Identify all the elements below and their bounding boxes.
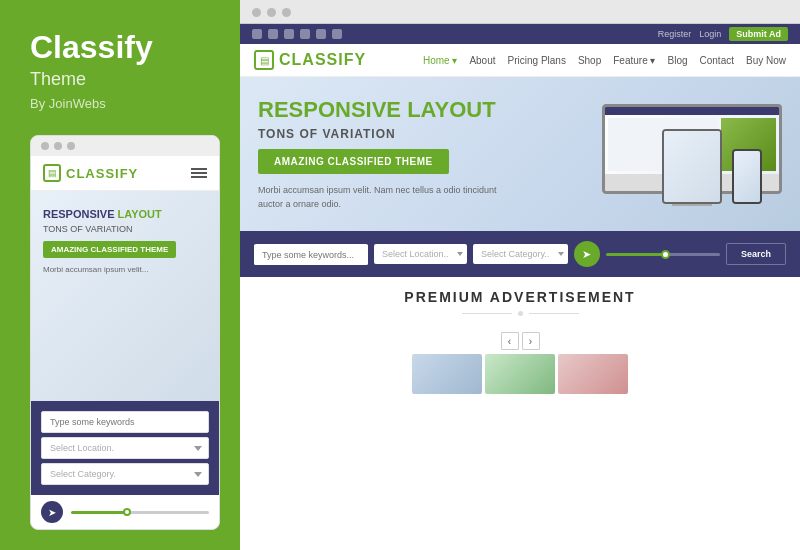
instagram-icon[interactable]: [284, 29, 294, 39]
site-topbar: Register Login Submit Ad: [240, 24, 800, 44]
mockup-keyword-input[interactable]: [41, 411, 209, 433]
app-title: Classify: [30, 30, 220, 65]
submit-ad-button[interactable]: Submit Ad: [729, 27, 788, 41]
hero-main-title: RESPONSIVE LAYOUT: [258, 97, 562, 123]
mockup-location-select[interactable]: Select Location.: [41, 437, 209, 459]
social-icons: [252, 29, 342, 39]
pinterest-icon[interactable]: [300, 29, 310, 39]
premium-divider: [462, 311, 579, 316]
nav-feature[interactable]: Feature ▾: [613, 55, 655, 66]
browser-chrome-dot-2: [267, 8, 276, 17]
browser-chrome-dot-1: [252, 8, 261, 17]
site-nav-logo: ▤ CLASSIFY: [254, 50, 366, 70]
search-locate-button[interactable]: ➤: [574, 241, 600, 267]
hamburger-line-1: [191, 168, 207, 170]
app-by: By JoinWebs: [30, 96, 220, 111]
mockup-hero: RESPONSIVE LAYOUT TONS OF VARIATION AMAZ…: [31, 191, 219, 401]
app-subtitle: Theme: [30, 69, 220, 90]
hero-sub-title: TONS OF VARIATION: [258, 127, 562, 141]
mockup-hero-title: RESPONSIVE LAYOUT: [43, 207, 207, 221]
mockup-search-area: Select Location. Select Category.: [31, 401, 219, 495]
twitter-icon[interactable]: [268, 29, 278, 39]
site-premium: PREMIUM ADVERTISEMENT ‹ ›: [240, 277, 800, 550]
search-button[interactable]: Search: [726, 243, 786, 265]
gplus-icon[interactable]: [332, 29, 342, 39]
site-nav-menu: Home ▾ About Pricing Plans Shop Feature …: [423, 55, 786, 66]
mockup-bottom-bar: ➤: [31, 495, 219, 529]
nav-buynow[interactable]: Buy Now: [746, 55, 786, 66]
hamburger-menu[interactable]: [191, 168, 207, 178]
device-phone: [732, 149, 762, 204]
mockup-hero-subtitle: TONS OF VARIATION: [43, 224, 207, 234]
premium-thumb-1[interactable]: [412, 354, 482, 394]
nav-next-arrow[interactable]: ›: [522, 332, 540, 350]
site-hero: RESPONSIVE LAYOUT TONS OF VARIATION AMAZ…: [240, 77, 800, 231]
divider-line-right: [529, 313, 579, 314]
nav-arrows: ‹ ›: [501, 332, 540, 350]
hamburger-line-2: [191, 172, 207, 174]
tablet-screen: [664, 131, 720, 202]
mockup-logo-icon: ▤: [43, 164, 61, 182]
browser-chrome: [240, 0, 800, 24]
device-tablet: [662, 129, 722, 204]
site-searchbar: Select Location.. Select Category.. ➤ Se…: [240, 231, 800, 277]
mockup-titlebar: [31, 136, 219, 156]
browser-dot-1: [41, 142, 49, 150]
nav-prev-arrow[interactable]: ‹: [501, 332, 519, 350]
premium-thumb-2[interactable]: [485, 354, 555, 394]
premium-thumb-3[interactable]: [558, 354, 628, 394]
mockup-locate-btn[interactable]: ➤: [41, 501, 63, 523]
mobile-mockup: ▤ CLASSIFY RESPONSIVE LAYOUT TONS OF VAR…: [30, 135, 220, 530]
nav-pricing[interactable]: Pricing Plans: [508, 55, 566, 66]
hero-cta-button[interactable]: AMAZING CLASSIFIED THEME: [258, 149, 449, 174]
nav-about[interactable]: About: [469, 55, 495, 66]
right-panel: Register Login Submit Ad ▤ CLASSIFY Home…: [240, 0, 800, 550]
search-category-select[interactable]: Select Category..: [473, 244, 568, 264]
search-keyword-input[interactable]: [254, 245, 368, 265]
left-panel: Classify Theme By JoinWebs ▤ CLASSIFY: [0, 0, 240, 550]
premium-thumbnails: [412, 354, 628, 394]
browser-chrome-dot-3: [282, 8, 291, 17]
hamburger-line-3: [191, 176, 207, 178]
mockup-logo-text: CLASSIFY: [66, 166, 138, 181]
divider-line-left: [462, 313, 512, 314]
mockup-hero-cta[interactable]: AMAZING CLASSIFIED THEME: [43, 241, 176, 258]
hero-devices: [562, 104, 782, 204]
mockup-header: ▤ CLASSIFY: [31, 156, 219, 191]
nav-contact[interactable]: Contact: [700, 55, 734, 66]
mockup-hero-text: Morbi accumsan ipsum velit...: [43, 264, 207, 275]
search-range-thumb: [661, 250, 670, 259]
mockup-category-select[interactable]: Select Category.: [41, 463, 209, 485]
hero-body-text: Morbi accumsan ipsum velit. Nam nec tell…: [258, 184, 538, 211]
nav-shop[interactable]: Shop: [578, 55, 601, 66]
phone-screen: [734, 151, 760, 202]
mockup-logo: ▤ CLASSIFY: [43, 164, 138, 182]
search-range[interactable]: [606, 253, 720, 256]
site-logo-icon: ▤: [254, 50, 274, 70]
browser-dot-3: [67, 142, 75, 150]
screen-topbar: [605, 107, 779, 115]
login-link[interactable]: Login: [699, 29, 721, 39]
facebook-icon[interactable]: [252, 29, 262, 39]
nav-home[interactable]: Home ▾: [423, 55, 457, 66]
hero-text: RESPONSIVE LAYOUT TONS OF VARIATION AMAZ…: [258, 97, 562, 211]
nav-blog[interactable]: Blog: [668, 55, 688, 66]
search-keyword-wrap: [254, 244, 368, 265]
topbar-links: Register Login Submit Ad: [658, 27, 788, 41]
search-location-select[interactable]: Select Location..: [374, 244, 467, 264]
divider-dot: [518, 311, 523, 316]
browser-dot-2: [54, 142, 62, 150]
youtube-icon[interactable]: [316, 29, 326, 39]
site-nav: ▤ CLASSIFY Home ▾ About Pricing Plans Sh…: [240, 44, 800, 77]
premium-title: PREMIUM ADVERTISEMENT: [404, 289, 635, 305]
mockup-range-thumb: [123, 508, 131, 516]
site-logo-text: CLASSIFY: [279, 51, 366, 69]
mockup-range[interactable]: [71, 511, 209, 514]
register-link[interactable]: Register: [658, 29, 692, 39]
